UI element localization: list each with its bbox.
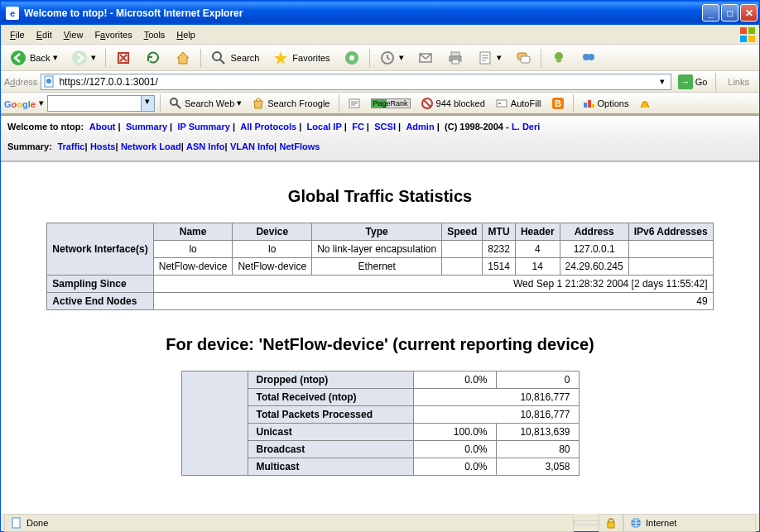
maximize-button[interactable]: □ (721, 4, 738, 22)
svg-point-22 (46, 79, 51, 84)
nav-about[interactable]: About (89, 122, 116, 132)
svg-rect-30 (588, 100, 591, 108)
refresh-button[interactable] (139, 46, 167, 69)
edit-button[interactable]: ▾ (471, 46, 507, 69)
nav-hosts[interactable]: Hosts (90, 141, 116, 151)
google-logo[interactable]: Google (4, 97, 36, 110)
menu-file[interactable]: File (4, 28, 31, 41)
svg-point-18 (555, 52, 563, 60)
nav-netflows[interactable]: NetFlows (280, 141, 320, 151)
titlebar: e Welcome to ntop! - Microsoft Internet … (1, 1, 759, 25)
forward-button[interactable]: ▾ (65, 46, 102, 69)
search-button[interactable]: Search (204, 46, 265, 69)
col-header: Header (515, 223, 560, 241)
nav-admin[interactable]: Admin (406, 122, 434, 132)
discuss-icon (515, 50, 532, 66)
status-text: Done (4, 514, 574, 532)
svg-rect-1 (748, 27, 755, 34)
star-icon (272, 50, 289, 66)
col-header: Device (233, 223, 312, 241)
autofill-icon (495, 97, 508, 110)
home-button[interactable] (169, 46, 197, 69)
research-button[interactable] (575, 46, 603, 69)
url-field[interactable]: ▾ (41, 74, 671, 90)
nav-summary[interactable]: Summary (126, 122, 167, 132)
chevron-down-icon: ▾ (53, 52, 58, 63)
autofill-button[interactable]: AutoFill (492, 95, 545, 112)
col-header: IPv6 Addresses (628, 223, 713, 241)
ie-icon: e (6, 7, 19, 20)
history-icon (379, 50, 396, 66)
windows-logo-icon (739, 26, 756, 43)
google-toolbar: Google ▾ ▾ Search Web ▾ Search Froogle P… (1, 93, 759, 114)
media-button[interactable] (338, 46, 366, 69)
links-label[interactable]: Links (721, 77, 756, 87)
svg-rect-31 (592, 104, 594, 108)
chevron-down-icon: ▾ (399, 52, 404, 63)
search-froogle-button[interactable]: Search Froogle (248, 95, 333, 112)
discuss-button[interactable] (509, 46, 537, 69)
options-button[interactable]: Options (579, 95, 633, 112)
home-icon (175, 50, 191, 66)
minimize-button[interactable]: _ (702, 4, 719, 22)
messenger-button[interactable] (545, 46, 573, 69)
favorites-button[interactable]: Favorites (267, 46, 335, 69)
menu-view[interactable]: View (58, 28, 89, 41)
address-label: Address (4, 77, 37, 87)
blogger-button[interactable]: B (548, 95, 568, 112)
toolbar: Back ▾ ▾ Search Favorites ▾ ▾ (1, 45, 759, 71)
highlight-icon (638, 97, 652, 110)
mail-button[interactable] (411, 46, 440, 69)
go-icon: → (678, 74, 693, 89)
nav-scsi[interactable]: SCSI (374, 122, 396, 132)
google-search-input[interactable]: ▾ (47, 95, 155, 112)
nav-local-ip[interactable]: Local IP (307, 122, 342, 132)
svg-point-4 (11, 50, 26, 65)
chevron-down-icon[interactable]: ▾ (141, 96, 154, 111)
page-icon (43, 75, 56, 89)
chevron-down-icon: ▾ (237, 98, 242, 108)
row-label: Sampling Since (47, 276, 153, 293)
nav-traffic[interactable]: Traffic (57, 141, 84, 151)
nav-vlan-info[interactable]: VLAN Info (230, 141, 274, 151)
pagerank-button[interactable]: PageRank (368, 97, 414, 110)
media-icon (344, 50, 360, 66)
svg-rect-26 (497, 100, 507, 107)
statusbar: Done Internet (1, 513, 759, 531)
news-icon (348, 97, 361, 110)
menu-tools[interactable]: Tools (138, 28, 171, 41)
bag-icon (252, 97, 265, 110)
svg-rect-3 (748, 36, 755, 42)
menu-favorites[interactable]: Favorites (89, 28, 137, 41)
menu-edit[interactable]: Edit (31, 28, 58, 41)
url-dropdown[interactable]: ▾ (656, 76, 669, 87)
edit-icon (477, 50, 493, 66)
nav-fc[interactable]: FC (352, 122, 364, 132)
news-button[interactable] (344, 95, 364, 112)
chevron-down-icon[interactable]: ▾ (39, 98, 44, 108)
url-input[interactable] (59, 76, 655, 88)
back-button[interactable]: Back ▾ (4, 46, 64, 69)
nav-all-protocols[interactable]: All Protocols (240, 122, 296, 132)
blocked-button[interactable]: 944 blocked (417, 95, 488, 112)
col-header: Speed (442, 223, 483, 241)
refresh-icon (145, 50, 161, 66)
svg-point-20 (588, 54, 594, 60)
highlight-button[interactable] (635, 95, 655, 112)
close-button[interactable]: ✕ (740, 4, 758, 22)
search-web-button[interactable]: Search Web ▾ (166, 95, 245, 112)
nodes-value: 49 (153, 293, 713, 310)
history-button[interactable]: ▾ (373, 46, 410, 69)
nav-ip-summary[interactable]: IP Summary (178, 122, 230, 132)
nav-network-load[interactable]: Network Load (121, 141, 181, 151)
stop-button[interactable] (109, 46, 137, 69)
nav-author[interactable]: L. Deri (512, 122, 540, 132)
back-label: Back (30, 53, 50, 63)
nav-asn-info[interactable]: ASN Info (186, 141, 224, 151)
svg-text:B: B (555, 98, 561, 108)
menu-help[interactable]: Help (171, 28, 201, 41)
svg-rect-32 (12, 518, 20, 528)
go-button[interactable]: → Go (675, 73, 711, 91)
svg-rect-0 (740, 27, 747, 34)
print-button[interactable] (441, 46, 469, 69)
